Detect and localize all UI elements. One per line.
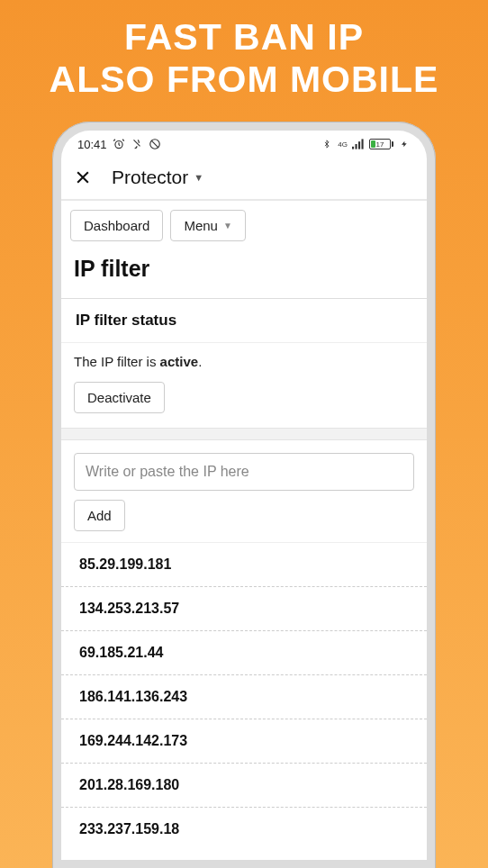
- deactivate-button[interactable]: Deactivate: [74, 382, 165, 413]
- status-suffix: .: [198, 354, 202, 369]
- ip-list-item[interactable]: 85.29.199.181: [61, 543, 427, 587]
- content-area: Dashboard Menu ▼ IP filter IP filter sta…: [61, 201, 427, 860]
- signal-icon: [352, 138, 365, 150]
- status-left: 10:41: [77, 138, 161, 151]
- ip-list: 85.29.199.181134.253.213.5769.185.21.441…: [61, 542, 427, 851]
- svg-rect-2: [352, 147, 354, 149]
- status-value: active: [160, 354, 199, 369]
- dnd-icon: [149, 138, 161, 150]
- battery-level: 17: [370, 140, 390, 149]
- nav-buttons: Dashboard Menu ▼: [61, 201, 427, 250]
- promo-heading: Fast ban IP also from mobile: [0, 0, 488, 110]
- svg-rect-5: [362, 139, 364, 149]
- chevron-down-icon: ▼: [194, 172, 203, 183]
- ip-list-item[interactable]: 69.185.21.44: [61, 631, 427, 675]
- dashboard-label: Dashboard: [84, 218, 149, 233]
- ip-list-item[interactable]: 233.237.159.18: [61, 808, 427, 851]
- network-label: 4G: [338, 140, 348, 149]
- dashboard-button[interactable]: Dashboard: [70, 210, 163, 241]
- bluetooth-icon: [321, 138, 333, 150]
- alarm-icon: [113, 138, 125, 150]
- page-title: IP filter: [61, 250, 427, 298]
- app-title-dropdown[interactable]: Protector ▼: [112, 167, 203, 188]
- svg-rect-3: [356, 144, 357, 149]
- ip-list-item[interactable]: 169.244.142.173: [61, 719, 427, 764]
- vibrate-icon: [131, 138, 143, 150]
- section-gap: [61, 428, 427, 440]
- menu-label: Menu: [184, 218, 218, 233]
- promo-line-2: also from mobile: [9, 59, 479, 101]
- ip-list-item[interactable]: 201.28.169.180: [61, 764, 427, 808]
- menu-button[interactable]: Menu ▼: [170, 210, 245, 241]
- ip-list-item[interactable]: 134.253.213.57: [61, 587, 427, 631]
- filter-status-text: The IP filter is active.: [61, 342, 427, 382]
- app-title-label: Protector: [112, 167, 188, 188]
- ip-input[interactable]: [74, 453, 414, 491]
- status-bar: 10:41 4G: [61, 131, 427, 158]
- section-title: IP filter status: [61, 299, 427, 342]
- add-label: Add: [87, 508, 112, 523]
- phone-frame: 10:41 4G: [52, 122, 436, 868]
- status-time: 10:41: [77, 138, 107, 151]
- caret-down-icon: ▼: [223, 221, 232, 231]
- promo-line-1: Fast ban IP: [9, 16, 479, 59]
- battery-indicator: 17: [369, 139, 393, 149]
- close-button[interactable]: [74, 168, 95, 186]
- status-prefix: The IP filter is: [74, 354, 160, 369]
- ip-list-item[interactable]: 186.141.136.243: [61, 675, 427, 719]
- svg-rect-4: [358, 141, 360, 149]
- app-header: Protector ▼: [61, 158, 427, 201]
- add-button[interactable]: Add: [74, 500, 125, 531]
- deactivate-label: Deactivate: [87, 390, 151, 405]
- status-right: 4G 17: [321, 138, 411, 150]
- phone-screen: 10:41 4G: [61, 131, 427, 860]
- charging-icon: [398, 138, 411, 150]
